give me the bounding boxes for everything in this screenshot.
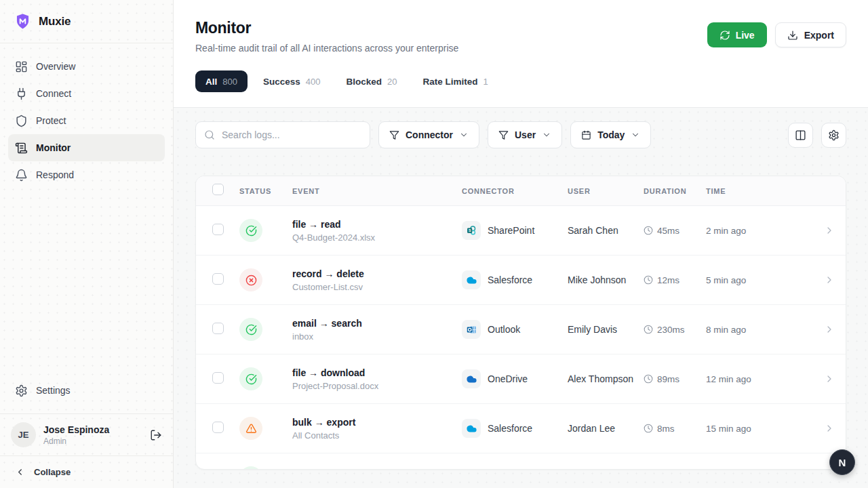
columns-button[interactable] <box>788 123 813 148</box>
filter-today-dropdown[interactable]: Today <box>570 121 651 148</box>
chevron-right-icon[interactable] <box>824 225 835 236</box>
duration-cell: 45ms <box>644 226 706 236</box>
audit-log-table: STATUS EVENT CONNECTOR USER DURATION TIM… <box>195 176 846 470</box>
row-checkbox[interactable] <box>212 224 224 235</box>
tab-blocked[interactable]: Blocked 20 <box>336 70 407 92</box>
floating-n-button[interactable]: N <box>829 449 855 475</box>
filter-user-dropdown[interactable]: User <box>488 121 562 148</box>
connector-name: Salesforce <box>488 274 532 285</box>
page-title: Monitor <box>195 19 458 37</box>
header-actions: Live Export <box>707 22 846 47</box>
event-action: bulk → export <box>292 417 462 428</box>
tab-label: Rate Limited <box>422 77 477 87</box>
column-header-time: TIME <box>706 187 813 195</box>
chevron-right-icon[interactable] <box>824 324 835 335</box>
sidebar-item-monitor[interactable]: Monitor <box>8 134 165 161</box>
connector-name: Salesforce <box>488 423 532 434</box>
sidebar-nav: Overview Connect Protect Monitor Respond <box>0 43 173 188</box>
event-cell: file → read Q4-Budget-2024.xlsx <box>292 219 462 243</box>
tab-label: Success <box>263 77 300 87</box>
row-checkbox[interactable] <box>212 422 224 433</box>
status-success-icon <box>239 219 262 242</box>
live-label: Live <box>736 30 755 41</box>
status-cell <box>239 219 292 242</box>
status-cell <box>239 268 292 291</box>
live-button[interactable]: Live <box>707 22 767 47</box>
tab-count: 1 <box>483 77 488 87</box>
user-name: Jose Espinoza <box>43 424 109 435</box>
row-checkbox[interactable] <box>212 372 224 384</box>
event-cell: bulk → export All Contacts <box>292 417 462 441</box>
sidebar-item-label: Protect <box>36 115 66 126</box>
brand[interactable]: Muxie <box>0 0 173 43</box>
duration-value: 45ms <box>657 226 679 236</box>
duration-cell: 8ms <box>644 424 706 434</box>
outlook-icon <box>462 320 481 339</box>
table-row[interactable]: bulk → export All Contacts Salesforce Jo… <box>196 404 846 453</box>
event-target: Project-Proposal.docx <box>292 381 462 391</box>
chevron-left-icon <box>15 467 25 477</box>
status-success-icon <box>239 318 262 341</box>
chevron-down-icon <box>459 130 469 140</box>
time-cell: 15 min ago <box>706 424 813 434</box>
calendar-icon <box>581 130 591 140</box>
row-checkbox[interactable] <box>212 273 224 285</box>
column-header-connector: CONNECTOR <box>462 187 568 195</box>
plug-icon <box>15 87 28 100</box>
logout-icon[interactable] <box>150 429 162 441</box>
sidebar-item-connect[interactable]: Connect <box>8 80 165 107</box>
table-row[interactable]: record → delete Customer-List.csv Salesf… <box>196 256 846 305</box>
row-checkbox[interactable] <box>212 323 224 334</box>
table-row[interactable]: file → read <box>196 453 846 470</box>
export-button[interactable]: Export <box>775 22 846 47</box>
search-icon <box>204 129 215 140</box>
table-row[interactable]: email → search inbox Outlook Emily Davis… <box>196 305 846 354</box>
app-root: Muxie Overview Connect Protect Monitor R… <box>0 0 868 488</box>
table-header-row: STATUS EVENT CONNECTOR USER DURATION TIM… <box>196 176 846 206</box>
user-cell: Jordan Lee <box>568 423 644 434</box>
chevron-right-icon[interactable] <box>824 423 835 434</box>
sidebar-item-protect[interactable]: Protect <box>8 107 165 134</box>
content-area: Connector User Today STATUS <box>174 108 868 488</box>
sidebar-item-respond[interactable]: Respond <box>8 161 165 188</box>
table-row[interactable]: file → read Q4-Budget-2024.xlsx S ShareP… <box>196 206 846 256</box>
user-cell: Mike Johnson <box>568 274 644 285</box>
filter-label: Today <box>597 129 625 140</box>
user-card[interactable]: JE Jose Espinoza Admin <box>0 413 173 455</box>
funnel-icon <box>498 130 509 140</box>
sidebar-item-settings[interactable]: Settings <box>8 377 165 404</box>
sidebar: Muxie Overview Connect Protect Monitor R… <box>0 0 174 488</box>
column-header-user: USER <box>568 187 644 195</box>
row-checkbox-cell <box>207 372 239 386</box>
tab-count: 800 <box>222 77 237 87</box>
table-settings-button[interactable] <box>821 123 846 148</box>
tab-all[interactable]: All 800 <box>195 70 248 92</box>
duration-value: 12ms <box>657 275 679 285</box>
table-row[interactable]: file → download Project-Proposal.docx On… <box>196 354 846 404</box>
row-checkbox-cell <box>207 273 239 287</box>
collapse-button[interactable]: Collapse <box>0 455 173 488</box>
tab-rate-limited[interactable]: Rate Limited 1 <box>412 70 498 92</box>
page-header: Monitor Real-time audit trail of all AI … <box>174 0 868 108</box>
user-meta: Jose Espinoza Admin <box>43 424 109 446</box>
row-checkbox-cell <box>207 422 239 436</box>
salesforce-icon <box>462 270 481 289</box>
tab-success[interactable]: Success 400 <box>253 70 331 92</box>
chevron-right-icon[interactable] <box>824 373 835 384</box>
search-input[interactable] <box>220 129 361 141</box>
event-cell: record → delete Customer-List.csv <box>292 268 462 292</box>
connector-cell: S SharePoint <box>462 221 568 240</box>
sidebar-item-overview[interactable]: Overview <box>8 53 165 80</box>
page-subtitle: Real-time audit trail of all AI interact… <box>195 43 458 54</box>
main-content: Monitor Real-time audit trail of all AI … <box>174 0 868 488</box>
salesforce-icon <box>462 419 481 438</box>
row-checkbox-cell <box>207 224 239 238</box>
gear-icon <box>15 384 28 397</box>
export-label: Export <box>804 30 834 41</box>
select-all-checkbox[interactable] <box>212 184 224 195</box>
filter-connector-dropdown[interactable]: Connector <box>378 121 479 148</box>
gear-icon <box>828 129 840 141</box>
status-blocked-icon <box>239 268 262 291</box>
connector-cell: Outlook <box>462 320 568 339</box>
chevron-right-icon[interactable] <box>824 274 835 285</box>
